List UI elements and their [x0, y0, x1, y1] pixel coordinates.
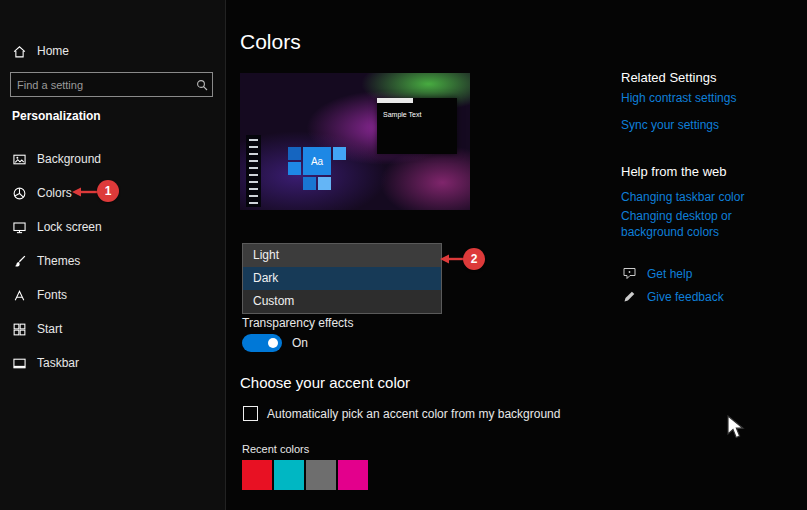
- home-icon: [12, 44, 27, 59]
- preview-aa-tile: Aa: [303, 147, 331, 175]
- sidebar-item-label: Start: [37, 322, 62, 336]
- search-input[interactable]: [11, 79, 192, 91]
- recent-color-swatch[interactable]: [338, 460, 368, 490]
- feedback-pen-icon: [622, 289, 637, 304]
- monitor-icon: [12, 220, 27, 235]
- sidebar-item-label: Colors: [37, 186, 72, 200]
- sidebar-item-home[interactable]: Home: [12, 40, 69, 62]
- taskbar-icon: [12, 356, 27, 371]
- page-title: Colors: [240, 30, 301, 54]
- sidebar-item-start[interactable]: Start: [12, 318, 62, 340]
- settings-window: Settings – □ × Home Personalization: [0, 0, 807, 510]
- grid-icon: [12, 322, 27, 337]
- recent-color-swatch[interactable]: [274, 460, 304, 490]
- help-from-web-heading: Help from the web: [621, 164, 727, 179]
- transparency-toggle[interactable]: [242, 334, 282, 352]
- high-contrast-settings-link[interactable]: High contrast settings: [621, 90, 796, 106]
- sidebar-item-background[interactable]: Background: [12, 148, 101, 170]
- preview-sample-text: Sample Text: [383, 111, 457, 118]
- theme-preview-image: Aa Sample Text: [240, 73, 470, 210]
- sidebar-item-colors[interactable]: Colors: [12, 182, 72, 204]
- related-settings-heading: Related Settings: [621, 70, 716, 85]
- brush-icon: [12, 254, 27, 269]
- recent-color-swatch[interactable]: [242, 460, 272, 490]
- search-box: [10, 72, 213, 97]
- dropdown-option-light[interactable]: Light: [243, 244, 441, 267]
- sidebar-item-label: Home: [37, 44, 69, 58]
- preview-sample-window: Sample Text: [377, 98, 457, 154]
- image-icon: [12, 152, 27, 167]
- dropdown-option-custom[interactable]: Custom: [243, 290, 441, 313]
- auto-accent-label: Automatically pick an accent color from …: [267, 407, 560, 421]
- recent-color-swatch[interactable]: [306, 460, 336, 490]
- annotation-arrow-1: [72, 186, 98, 198]
- sidebar-item-label: Lock screen: [37, 220, 102, 234]
- dropdown-option-dark[interactable]: Dark: [243, 267, 441, 290]
- sidebar-item-label: Fonts: [37, 288, 67, 302]
- auto-accent-row: Automatically pick an accent color from …: [243, 406, 560, 421]
- sidebar-item-label: Themes: [37, 254, 80, 268]
- toggle-state-label: On: [292, 336, 308, 350]
- transparency-effects-label: Transparency effects: [242, 316, 353, 330]
- preview-sample-titlebar: [377, 98, 413, 103]
- auto-accent-checkbox[interactable]: [243, 406, 258, 421]
- color-mode-dropdown: Light Dark Custom: [242, 243, 442, 314]
- give-feedback-link[interactable]: Give feedback: [647, 290, 724, 304]
- give-feedback-row: Give feedback: [622, 289, 724, 304]
- sidebar-item-themes[interactable]: Themes: [12, 250, 80, 272]
- toggle-knob: [268, 338, 278, 348]
- get-help-row: Get help: [622, 266, 692, 281]
- annotation-step-1: 1: [97, 180, 119, 202]
- recent-colors-row: [242, 460, 368, 490]
- get-help-icon: [622, 266, 637, 281]
- sidebar-item-taskbar[interactable]: Taskbar: [12, 352, 79, 374]
- get-help-link[interactable]: Get help: [647, 267, 692, 281]
- accent-color-heading: Choose your accent color: [240, 374, 410, 391]
- search-icon[interactable]: [192, 79, 212, 91]
- preview-mini-sidebar: [246, 135, 261, 207]
- main-content: Colors Aa Sample Text Light Dark Custom: [225, 0, 807, 510]
- sidebar-item-label: Taskbar: [37, 356, 79, 370]
- sync-your-settings-link[interactable]: Sync your settings: [621, 117, 796, 133]
- font-icon: [12, 288, 27, 303]
- sidebar: Home Personalization Background: [0, 0, 224, 510]
- recent-colors-label: Recent colors: [242, 443, 309, 455]
- sidebar-item-lock-screen[interactable]: Lock screen: [12, 216, 102, 238]
- personalization-heading: Personalization: [12, 109, 101, 123]
- annotation-step-2: 2: [463, 248, 485, 270]
- sidebar-item-label: Background: [37, 152, 101, 166]
- mouse-cursor: [727, 415, 747, 441]
- changing-desktop-background-link[interactable]: Changing desktop or background colors: [621, 208, 789, 240]
- sidebar-item-fonts[interactable]: Fonts: [12, 284, 67, 306]
- color-palette-icon: [12, 186, 27, 201]
- preview-start-tiles: Aa: [288, 145, 352, 203]
- changing-taskbar-color-link[interactable]: Changing taskbar color: [621, 189, 796, 205]
